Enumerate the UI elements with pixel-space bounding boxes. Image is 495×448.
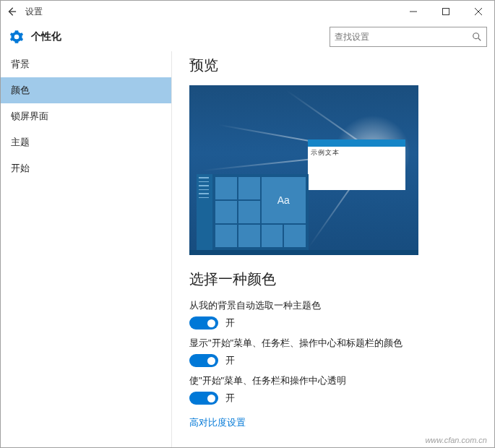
choose-color-heading: 选择一种颜色	[189, 270, 478, 289]
option-transparency: 使"开始"菜单、任务栏和操作中心透明 开	[189, 374, 478, 405]
content: 预览 示例文本 Aa 选择一种颜色	[172, 51, 494, 448]
toggle-state-text: 开	[225, 316, 235, 329]
search-icon	[472, 32, 482, 42]
sidebar-item-label: 颜色	[11, 84, 30, 97]
preview-sample-window: 示例文本	[308, 139, 405, 190]
preview-start-menu: Aa	[197, 174, 309, 250]
sidebar-item-background[interactable]: 背景	[1, 51, 172, 77]
maximize-icon	[442, 8, 449, 15]
option-label: 显示"开始"菜单、任务栏、操作中心和标题栏的颜色	[189, 337, 478, 350]
titlebar: 设置	[1, 1, 494, 22]
svg-rect-0	[442, 9, 449, 15]
toggle-state-text: 开	[225, 392, 235, 405]
option-show-color-on-surfaces: 显示"开始"菜单、任务栏、操作中心和标题栏的颜色 开	[189, 337, 478, 367]
preview-sample-text: 示例文本	[308, 147, 405, 159]
svg-point-1	[473, 33, 479, 39]
toggle-state-text: 开	[225, 354, 235, 367]
toggle-auto-color[interactable]	[189, 316, 218, 329]
sidebar-item-label: 主题	[11, 136, 30, 149]
toggle-transparency[interactable]	[189, 392, 218, 405]
search-input[interactable]	[335, 32, 472, 42]
toggle-show-color[interactable]	[189, 354, 218, 367]
maximize-button[interactable]	[429, 1, 462, 22]
back-button[interactable]	[1, 1, 22, 22]
sidebar-item-colors[interactable]: 颜色	[1, 77, 172, 103]
sidebar: 背景 颜色 锁屏界面 主题 开始	[1, 51, 172, 448]
option-label: 使"开始"菜单、任务栏和操作中心透明	[189, 374, 478, 387]
sidebar-item-label: 锁屏界面	[11, 110, 48, 123]
gear-icon	[9, 30, 24, 44]
option-auto-color: 从我的背景自动选取一种主题色 开	[189, 299, 478, 329]
option-label: 从我的背景自动选取一种主题色	[189, 299, 478, 312]
preview-heading: 预览	[189, 56, 478, 75]
minimize-button[interactable]	[397, 1, 429, 22]
arrow-left-icon	[7, 7, 17, 17]
minimize-icon	[410, 8, 417, 15]
window-title: 设置	[25, 6, 43, 18]
window-controls	[397, 1, 494, 22]
page-title: 个性化	[31, 30, 61, 43]
search-box[interactable]	[330, 27, 487, 47]
close-button[interactable]	[462, 1, 494, 22]
close-icon	[475, 8, 482, 15]
sidebar-item-start[interactable]: 开始	[1, 155, 172, 181]
preview-panel: 示例文本 Aa	[189, 85, 418, 255]
high-contrast-link[interactable]: 高对比度设置	[189, 416, 246, 429]
sidebar-item-lockscreen[interactable]: 锁屏界面	[1, 103, 172, 129]
sidebar-item-themes[interactable]: 主题	[1, 129, 172, 155]
sidebar-item-label: 开始	[11, 162, 30, 175]
sidebar-item-label: 背景	[11, 58, 30, 71]
header: 个性化	[1, 22, 494, 51]
preview-tile-text: Aa	[262, 177, 306, 223]
